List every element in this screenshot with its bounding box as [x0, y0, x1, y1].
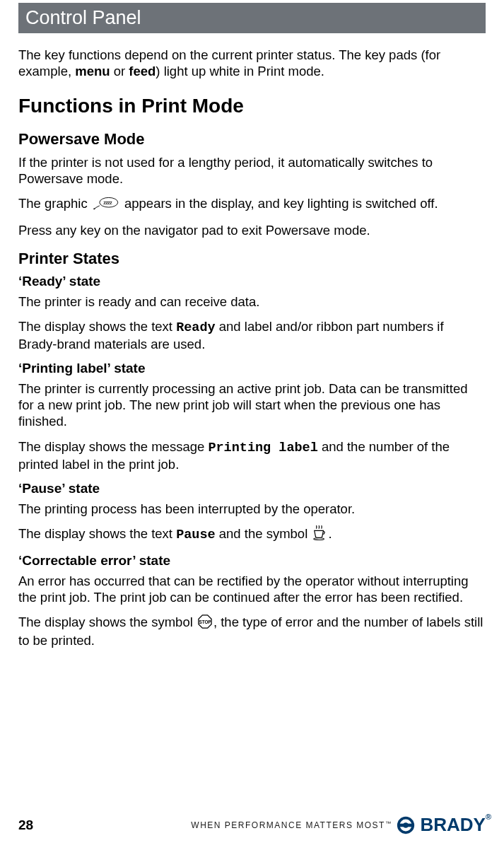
printing-p1: The printer is currently processing an a… — [18, 380, 486, 429]
tagline-tm: ™ — [385, 820, 392, 827]
pause-p2a: The display shows the text — [18, 526, 176, 541]
page-number: 28 — [18, 817, 33, 833]
pause-p2b: and the symbol — [216, 526, 312, 541]
correctable-p2: The display shows the symbol STOP , the … — [18, 614, 486, 648]
ready-p2: The display shows the text Ready and lab… — [18, 318, 486, 352]
correctable-p2a: The display shows the symbol — [18, 615, 197, 629]
ready-p2-mono: Ready — [176, 320, 216, 335]
printing-p2a: The display shows the message — [18, 439, 208, 454]
brady-text: BRADY — [420, 814, 485, 835]
powersave-p1: If the printer is not used for a lengthy… — [18, 154, 486, 187]
heading-powersave-mode: Powersave Mode — [18, 130, 486, 149]
printing-p2: The display shows the message Printing l… — [18, 438, 486, 472]
pause-p2c: . — [328, 526, 332, 541]
heading-functions-print-mode: Functions in Print Mode — [18, 95, 486, 117]
coffee-cup-icon — [312, 525, 327, 545]
pause-p2: The display shows the text Pause and the… — [18, 525, 486, 545]
powersave-p2: The graphic ZZZZ appears in the display,… — [18, 195, 486, 214]
svg-text:ZZZZ: ZZZZ — [103, 199, 112, 204]
heading-printer-states: Printer States — [18, 250, 486, 268]
ready-p1: The printer is ready and can receive dat… — [18, 293, 486, 310]
pause-p1: The printing process has been interrupte… — [18, 501, 486, 517]
brady-logo-icon — [396, 815, 416, 835]
heading-correctable-error-state: ‘Correctable error’ state — [18, 553, 486, 569]
intro-bold-menu: menu — [75, 64, 110, 78]
stop-sign-icon: STOP — [198, 615, 212, 632]
brady-wordmark: BRADY® — [420, 814, 491, 836]
svg-text:STOP: STOP — [199, 619, 211, 624]
intro-text-2: or — [110, 64, 129, 78]
page-footer: 28 WHEN PERFORMANCE MATTERS MOST™ BRADY® — [18, 814, 491, 836]
section-header: Control Panel — [18, 3, 486, 33]
tagline-text: WHEN PERFORMANCE MATTERS MOST — [191, 820, 385, 830]
pause-p2-mono: Pause — [176, 528, 216, 542]
heading-printing-label-state: ‘Printing label’ state — [18, 361, 486, 376]
heading-pause-state: ‘Pause’ state — [18, 481, 486, 496]
printing-p2-mono: Printing label — [208, 441, 317, 455]
footer-tagline: WHEN PERFORMANCE MATTERS MOST™ — [191, 820, 392, 830]
powersave-p2a: The graphic — [18, 196, 91, 211]
intro-text-3: ) light up white in Print mode. — [156, 64, 324, 78]
powersave-p3: Press any key on the navigator pad to ex… — [18, 222, 486, 238]
sleep-icon: ZZZZ — [93, 196, 119, 214]
svg-point-3 — [314, 538, 324, 540]
powersave-p2b: appears in the display, and key lighting… — [124, 196, 438, 211]
intro-paragraph: The key functions depend on the current … — [18, 47, 486, 79]
brady-reg-mark: ® — [486, 813, 491, 821]
ready-p2a: The display shows the text — [18, 319, 176, 334]
heading-ready-state: ‘Ready’ state — [18, 274, 486, 289]
footer-branding: WHEN PERFORMANCE MATTERS MOST™ BRADY® — [191, 814, 491, 836]
svg-point-9 — [404, 822, 409, 827]
intro-bold-feed: feed — [129, 64, 156, 78]
correctable-p1: An error has occurred that can be rectif… — [18, 573, 486, 605]
